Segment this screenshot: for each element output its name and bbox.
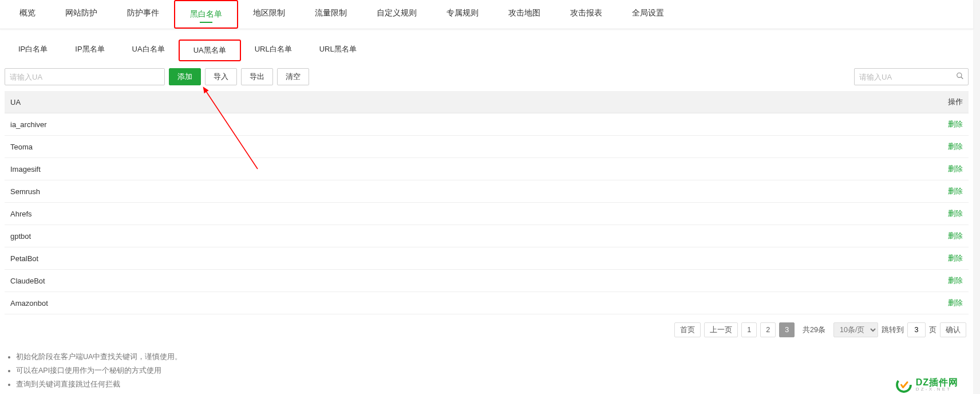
table-row: ClaudeBot删除	[5, 270, 969, 292]
op-cell: 删除	[934, 180, 969, 203]
op-cell: 删除	[934, 247, 969, 270]
topnav-item-10[interactable]: 全局设置	[617, 0, 679, 29]
clear-button[interactable]: 清空	[277, 68, 309, 85]
table-row: Teoma删除	[5, 136, 969, 158]
search-input[interactable]	[854, 68, 969, 85]
ua-cell: Ahrefs	[5, 203, 934, 225]
watermark-text: DZ插件网 D Z - X . N E T	[916, 377, 958, 392]
watermark-sub: D Z - X . N E T	[916, 387, 958, 392]
watermark-logo-icon	[895, 376, 912, 393]
op-cell: 删除	[934, 136, 969, 158]
page-first[interactable]: 首页	[674, 322, 701, 337]
page-total: 共29条	[798, 325, 830, 335]
ua-cell: ia_archiver	[5, 113, 934, 136]
table-row: Ahrefs删除	[5, 203, 969, 225]
svg-point-3	[897, 378, 911, 392]
delete-link[interactable]: 删除	[948, 276, 963, 285]
add-button[interactable]: 添加	[169, 68, 201, 85]
pagination: 首页 上一页 123 共29条 10条/页 跳转到 页 确认	[0, 314, 973, 345]
op-cell: 删除	[934, 113, 969, 136]
topnav-item-1[interactable]: 网站防护	[50, 0, 112, 29]
col-ua: UA	[5, 91, 934, 113]
ua-cell: Teoma	[5, 136, 934, 158]
tip-item: 初始化阶段在客户端UA中查找关键词，谨慎使用。	[16, 350, 964, 364]
delete-link[interactable]: 删除	[948, 231, 963, 240]
subnav-item-0[interactable]: IP白名单	[5, 40, 61, 61]
tip-item: 查询到关键词直接跳过任何拦截	[16, 377, 964, 391]
ua-cell: Semrush	[5, 180, 934, 203]
top-nav: 概览网站防护防护事件黑白名单地区限制流量限制自定义规则专属规则攻击地图攻击报表全…	[0, 0, 973, 29]
topnav-item-7[interactable]: 专属规则	[432, 0, 493, 29]
topnav-item-5[interactable]: 流量限制	[300, 0, 362, 29]
sub-nav: IP白名单IP黑名单UA白名单UA黑名单URL白名单URL黑名单	[0, 29, 973, 65]
tip-item: 可以在API接口使用作为一个秘钥的方式使用	[16, 364, 964, 377]
subnav-item-2[interactable]: UA白名单	[118, 40, 179, 61]
watermark: DZ插件网 D Z - X . N E T	[895, 376, 958, 393]
topnav-item-4[interactable]: 地区限制	[238, 0, 300, 29]
watermark-title: DZ插件网	[916, 377, 958, 388]
toolbar: 添加 导入 导出 清空	[0, 65, 973, 91]
search-wrap	[854, 68, 969, 85]
page-number-2[interactable]: 2	[760, 322, 776, 337]
ua-cell: Imagesift	[5, 158, 934, 180]
subnav-item-3[interactable]: UA黑名单	[179, 40, 241, 61]
ua-cell: PetalBot	[5, 247, 934, 270]
table-row: gptbot删除	[5, 225, 969, 247]
delete-link[interactable]: 删除	[948, 254, 963, 262]
ua-cell: Amazonbot	[5, 292, 934, 314]
delete-link[interactable]: 删除	[948, 298, 963, 307]
table-row: PetalBot删除	[5, 247, 969, 270]
topnav-item-0[interactable]: 概览	[5, 0, 50, 29]
page-confirm[interactable]: 确认	[940, 322, 966, 337]
topnav-item-9[interactable]: 攻击报表	[555, 0, 617, 29]
page-number-3[interactable]: 3	[779, 322, 795, 337]
table-row: Semrush删除	[5, 180, 969, 203]
table-row: ia_archiver删除	[5, 113, 969, 136]
per-page-select[interactable]: 10条/页	[833, 322, 878, 337]
op-cell: 删除	[934, 203, 969, 225]
topnav-item-8[interactable]: 攻击地图	[493, 0, 555, 29]
page-suffix: 页	[929, 325, 936, 335]
delete-link[interactable]: 删除	[948, 120, 963, 128]
op-cell: 删除	[934, 225, 969, 247]
subnav-item-4[interactable]: URL白名单	[241, 40, 306, 61]
table-row: Imagesift删除	[5, 158, 969, 180]
op-cell: 删除	[934, 158, 969, 180]
jump-label: 跳转到	[882, 325, 904, 335]
ua-cell: ClaudeBot	[5, 270, 934, 292]
tips-list: 初始化阶段在客户端UA中查找关键词，谨慎使用。可以在API接口使用作为一个秘钥的…	[0, 345, 973, 394]
op-cell: 删除	[934, 270, 969, 292]
op-cell: 删除	[934, 292, 969, 314]
topnav-item-6[interactable]: 自定义规则	[362, 0, 432, 29]
import-button[interactable]: 导入	[205, 68, 237, 85]
subnav-item-1[interactable]: IP黑名单	[61, 40, 118, 61]
jump-input[interactable]	[907, 322, 926, 337]
page-prev[interactable]: 上一页	[704, 322, 738, 337]
topnav-item-3[interactable]: 黑白名单	[174, 0, 238, 29]
ua-cell: gptbot	[5, 225, 934, 247]
page-number-1[interactable]: 1	[741, 322, 757, 337]
topnav-item-2[interactable]: 防护事件	[112, 0, 174, 29]
delete-link[interactable]: 删除	[948, 209, 963, 218]
page-container: 概览网站防护防护事件黑白名单地区限制流量限制自定义规则专属规则攻击地图攻击报表全…	[0, 0, 973, 394]
subnav-item-5[interactable]: URL黑名单	[306, 40, 370, 61]
delete-link[interactable]: 删除	[948, 142, 963, 151]
ua-table: UA 操作 ia_archiver删除Teoma删除Imagesift删除Sem…	[5, 91, 969, 314]
col-op: 操作	[934, 91, 969, 113]
table-row: Amazonbot删除	[5, 292, 969, 314]
delete-link[interactable]: 删除	[948, 187, 963, 195]
export-button[interactable]: 导出	[241, 68, 273, 85]
ua-input[interactable]	[5, 68, 165, 85]
table-header-row: UA 操作	[5, 91, 969, 113]
delete-link[interactable]: 删除	[948, 164, 963, 173]
